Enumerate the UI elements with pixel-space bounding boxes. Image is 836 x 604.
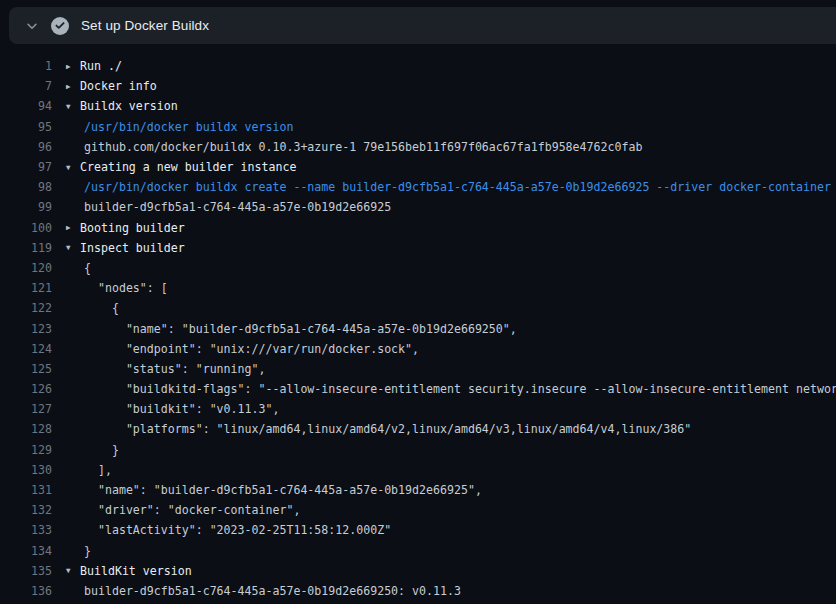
line-number[interactable]: 135 [0, 564, 52, 578]
line-number[interactable]: 120 [0, 261, 52, 275]
log-lines: 1▶Run ./7▶Docker info94▼Buildx version95… [0, 56, 836, 601]
log-line[interactable]: 1▶Run ./ [0, 56, 836, 76]
log-line: 123 "name": "builder-d9cfb5a1-c764-445a-… [0, 318, 836, 338]
group-title: Buildx version [80, 99, 178, 113]
log-line: 131 "name": "builder-d9cfb5a1-c764-445a-… [0, 480, 836, 500]
log-output-text: { [84, 261, 91, 275]
log-line: 130 ], [0, 460, 836, 480]
group-title: Booting builder [80, 221, 185, 235]
log-line[interactable]: 119▼Inspect builder [0, 238, 836, 258]
group-title: Docker info [80, 79, 157, 93]
line-number[interactable]: 130 [0, 463, 52, 477]
line-number[interactable]: 132 [0, 503, 52, 517]
line-number[interactable]: 128 [0, 422, 52, 436]
line-number[interactable]: 100 [0, 221, 52, 235]
log-output-text: github.com/docker/buildx 0.10.3+azure-1 … [84, 140, 642, 154]
log-line[interactable]: 97▼Creating a new builder instance [0, 157, 836, 177]
line-number[interactable]: 124 [0, 342, 52, 356]
log-line[interactable]: 135▼BuildKit version [0, 561, 836, 581]
group-title: Inspect builder [80, 241, 185, 255]
log-line: 126 "buildkitd-flags": "--allow-insecure… [0, 379, 836, 399]
log-line: 124 "endpoint": "unix:///var/run/docker.… [0, 339, 836, 359]
line-number[interactable]: 123 [0, 322, 52, 336]
group-title: Run ./ [80, 59, 122, 73]
line-number[interactable]: 125 [0, 362, 52, 376]
log-output-text: "platforms": "linux/amd64,linux/amd64/v2… [84, 422, 691, 436]
line-number[interactable]: 97 [0, 160, 52, 174]
log-output-text: "buildkitd-flags": "--allow-insecure-ent… [84, 382, 836, 396]
group-expanded-icon: ▼ [66, 102, 80, 111]
group-title: BuildKit version [80, 564, 192, 578]
line-number[interactable]: 131 [0, 483, 52, 497]
group-collapsed-icon: ▶ [66, 223, 80, 232]
log-line: 132 "driver": "docker-container", [0, 500, 836, 520]
group-expanded-icon: ▼ [66, 566, 80, 575]
line-number[interactable]: 96 [0, 140, 52, 154]
log-line: 95/usr/bin/docker buildx version [0, 117, 836, 137]
log-output-text: "name": "builder-d9cfb5a1-c764-445a-a57e… [84, 483, 482, 497]
line-number[interactable]: 126 [0, 382, 52, 396]
log-line: 98/usr/bin/docker buildx create --name b… [0, 177, 836, 197]
group-expanded-icon: ▼ [66, 163, 80, 172]
step-header[interactable]: Set up Docker Buildx [9, 7, 836, 44]
line-number[interactable]: 98 [0, 180, 52, 194]
line-number[interactable]: 136 [0, 584, 52, 598]
log-line: 127 "buildkit": "v0.11.3", [0, 399, 836, 419]
log-output-text: "nodes": [ [84, 281, 168, 295]
log-line[interactable]: 94▼Buildx version [0, 96, 836, 116]
log-line[interactable]: 7▶Docker info [0, 76, 836, 96]
line-number[interactable]: 119 [0, 241, 52, 255]
log-line: 136builder-d9cfb5a1-c764-445a-a57e-0b19d… [0, 581, 836, 601]
log-output-text: "lastActivity": "2023-02-25T11:58:12.000… [84, 523, 391, 537]
log-output-text: builder-d9cfb5a1-c764-445a-a57e-0b19d2e6… [84, 200, 391, 214]
log-line: 99builder-d9cfb5a1-c764-445a-a57e-0b19d2… [0, 197, 836, 217]
log-line: 121 "nodes": [ [0, 278, 836, 298]
log-line: 125 "status": "running", [0, 359, 836, 379]
line-number[interactable]: 129 [0, 443, 52, 457]
line-number[interactable]: 121 [0, 281, 52, 295]
chevron-down-icon[interactable] [25, 19, 39, 33]
log-container: 1▶Run ./7▶Docker info94▼Buildx version95… [0, 46, 836, 601]
log-command-text: /usr/bin/docker buildx version [84, 120, 293, 134]
log-output-text: "status": "running", [84, 362, 265, 376]
log-output-text: "driver": "docker-container", [84, 503, 300, 517]
line-number[interactable]: 95 [0, 120, 52, 134]
line-number[interactable]: 7 [0, 79, 52, 93]
log-line[interactable]: 100▶Booting builder [0, 218, 836, 238]
log-command-text: /usr/bin/docker buildx create --name bui… [84, 180, 836, 194]
group-title: Creating a new builder instance [80, 160, 296, 174]
log-line: 122 { [0, 298, 836, 318]
line-number[interactable]: 1 [0, 59, 52, 73]
line-number[interactable]: 122 [0, 301, 52, 315]
group-collapsed-icon: ▶ [66, 62, 80, 71]
log-output-text: "endpoint": "unix:///var/run/docker.sock… [84, 342, 419, 356]
log-line: 120{ [0, 258, 836, 278]
log-output-text: { [84, 301, 119, 315]
log-output-text: ], [84, 463, 112, 477]
log-line: 129 } [0, 440, 836, 460]
log-output-text: } [84, 443, 119, 457]
group-collapsed-icon: ▶ [66, 82, 80, 91]
log-output-text: "name": "builder-d9cfb5a1-c764-445a-a57e… [84, 322, 517, 336]
log-line: 96github.com/docker/buildx 0.10.3+azure-… [0, 137, 836, 157]
log-output-text: builder-d9cfb5a1-c764-445a-a57e-0b19d2e6… [84, 584, 461, 598]
line-number[interactable]: 133 [0, 523, 52, 537]
group-expanded-icon: ▼ [66, 243, 80, 252]
check-circle-icon [51, 17, 69, 35]
log-line: 133 "lastActivity": "2023-02-25T11:58:12… [0, 520, 836, 540]
line-number[interactable]: 127 [0, 402, 52, 416]
log-output-text: "buildkit": "v0.11.3", [84, 402, 279, 416]
line-number[interactable]: 94 [0, 99, 52, 113]
log-line: 134} [0, 541, 836, 561]
line-number[interactable]: 99 [0, 200, 52, 214]
log-line: 128 "platforms": "linux/amd64,linux/amd6… [0, 419, 836, 439]
step-title: Set up Docker Buildx [81, 18, 209, 33]
line-number[interactable]: 134 [0, 544, 52, 558]
log-output-text: } [84, 544, 91, 558]
